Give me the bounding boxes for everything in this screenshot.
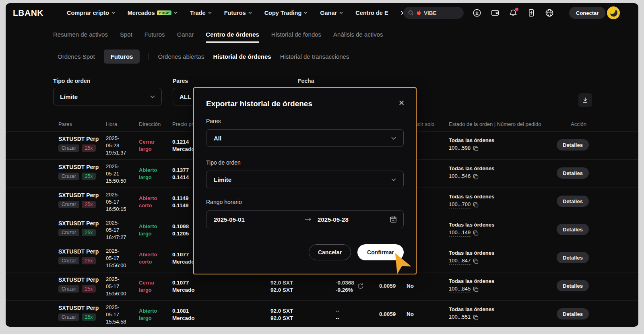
details-button[interactable]: Detalles	[557, 308, 589, 320]
order-number[interactable]: 100...546	[449, 173, 471, 180]
order-number[interactable]: 100...598	[449, 145, 471, 152]
chevron-down-icon	[174, 12, 178, 14]
nav-ganar[interactable]: Ganar	[320, 10, 343, 16]
edge-badge: EDGE	[157, 10, 171, 15]
search-input[interactable]: VIBE	[403, 7, 464, 19]
nav-trade[interactable]: Trade	[190, 10, 212, 16]
flame-icon	[417, 10, 421, 16]
order-number[interactable]: 100...847	[449, 258, 471, 265]
desktop-download-icon[interactable]	[527, 8, 536, 17]
chevron-down-icon	[111, 12, 115, 14]
reduce-only-cell: No	[407, 283, 414, 289]
details-button[interactable]: Detalles	[557, 252, 589, 263]
fee-cell: 0.0059	[379, 283, 396, 289]
leverage-badge: 25x	[82, 173, 96, 180]
copy-icon[interactable]	[473, 287, 479, 292]
copy-icon[interactable]	[473, 146, 479, 151]
wallet-icon[interactable]	[491, 8, 500, 17]
tab-resumen-de-activos[interactable]: Resumen de activos	[53, 26, 108, 43]
notifications-bell-icon[interactable]	[509, 8, 518, 17]
copy-icon[interactable]	[473, 258, 479, 264]
tab-analisis-de-activos[interactable]: Análisis de activos	[333, 26, 383, 43]
date-to-field[interactable]: 2025-05-28	[318, 211, 349, 228]
quantity-cell: 92.0 SXT92.0 SXT	[270, 279, 293, 294]
col-pares: Pares	[58, 121, 72, 127]
calendar-icon[interactable]	[390, 211, 397, 228]
export-orders-modal: Exportar historial de órdenes ✕ Pares Al…	[193, 87, 417, 274]
copy-icon[interactable]	[473, 315, 479, 320]
details-button[interactable]: Detalles	[557, 139, 589, 151]
order-status: Todas las órdenes	[449, 194, 494, 200]
time-cell: 2025-05-1715:54:58	[106, 304, 126, 326]
language-globe-icon[interactable]	[545, 8, 554, 17]
modal-order-type-select[interactable]: Límite	[206, 171, 404, 188]
direction-cell: Abierto largo	[139, 223, 167, 237]
copy-icon[interactable]	[473, 174, 479, 179]
price-cell: 0.13770.1414	[172, 167, 189, 181]
order-number[interactable]: 100...149	[449, 229, 471, 237]
margin-mode-badge: Cruzar	[58, 201, 79, 208]
arrow-right-icon	[304, 211, 312, 228]
copy-icon[interactable]	[473, 202, 479, 208]
order-number[interactable]: 100...845	[449, 286, 471, 293]
copy-icon[interactable]	[473, 230, 479, 236]
col-accion: Acción	[571, 121, 586, 127]
order-number[interactable]: 100...700	[449, 201, 471, 208]
close-icon[interactable]: ✕	[398, 99, 405, 107]
lbank-logo[interactable]: LBANK	[13, 8, 43, 18]
tab-centro-de-ordenes[interactable]: Centro de órdenes	[206, 26, 259, 43]
price-cell: 0.1077Mercado	[172, 251, 195, 266]
subtab-ordenes-spot[interactable]: Órdenes Spot	[58, 53, 95, 60]
connect-wallet-button[interactable]: Conectar	[569, 7, 605, 19]
pair-cell: SXTUSDT Perp Cruzar 25x	[58, 136, 99, 152]
order-type-select[interactable]: Límite	[53, 88, 162, 105]
subtab-ordenes-abiertas[interactable]: Órdenes abiertas	[158, 53, 204, 60]
subtab-divider	[149, 53, 149, 60]
nav-mercados[interactable]: MercadosEDGE	[128, 10, 178, 16]
time-cell: 2025-05-1716:50:15	[106, 191, 126, 213]
pair-name: SXTUSDT Perp	[58, 276, 99, 283]
details-button[interactable]: Detalles	[557, 224, 589, 235]
download-app-icon[interactable]	[473, 8, 481, 17]
direction-cell: Abierto largo	[139, 307, 167, 322]
details-button[interactable]: Detalles	[557, 196, 589, 207]
tab-futuros[interactable]: Futuros	[144, 26, 165, 43]
subtab-historial-de-transacciones[interactable]: Historial de transacciones	[280, 53, 349, 60]
modal-pairs-select[interactable]: All	[206, 129, 404, 147]
date-range-input[interactable]: 2025-05-01 2025-05-28	[206, 210, 404, 228]
avatar[interactable]	[607, 6, 620, 19]
search-icon	[408, 10, 414, 16]
direction-cell: Abierto corto	[139, 195, 167, 209]
price-cell: 0.1214Mercado	[172, 138, 195, 153]
cancel-button[interactable]: Cancelar	[309, 244, 351, 260]
subtab-futuros[interactable]: Futuros	[104, 49, 140, 64]
chevron-down-icon	[304, 12, 308, 14]
nav-comprar-cripto[interactable]: Comprar cripto	[67, 10, 115, 16]
margin-mode-badge: Cruzar	[58, 257, 79, 264]
details-button[interactable]: Detalles	[557, 280, 589, 291]
details-button[interactable]: Detalles	[557, 167, 589, 179]
subtab-historial-de-ordenes[interactable]: Historial de órdenes	[213, 53, 271, 60]
nav-futuros[interactable]: Futuros	[224, 10, 252, 16]
status-cell: Todas las órdenes 100...700	[449, 194, 494, 208]
tab-spot[interactable]: Spot	[120, 26, 132, 43]
refresh-icon[interactable]	[357, 283, 364, 291]
status-cell: Todas las órdenes 100...598	[449, 137, 494, 152]
col-direccion: Dirección	[139, 121, 161, 127]
tab-ganar[interactable]: Ganar	[177, 26, 194, 43]
status-cell: Todas las órdenes 100...551	[449, 306, 494, 321]
pnl-cell: -0.0368-9.26%	[336, 279, 354, 294]
order-number[interactable]: 100...551	[449, 314, 471, 321]
pair-name: SXTUSDT Perp	[58, 192, 99, 198]
tab-historial-de-fondos[interactable]: Historial de fondos	[271, 26, 321, 43]
price-cell: 0.11490.1149	[172, 195, 189, 209]
margin-mode-badge: Cruzar	[58, 229, 79, 236]
direction-cell: Cerrar largo	[139, 138, 167, 153]
export-button[interactable]	[578, 93, 592, 107]
pair-name: SXTUSDT Perp	[58, 136, 99, 142]
modal-range-label: Rango horario	[206, 199, 242, 205]
nav-centro-truncated[interactable]: Centro de E	[355, 10, 388, 16]
nav-copy-trading[interactable]: Copy Trading	[264, 10, 308, 16]
header-divider	[562, 9, 562, 17]
date-from-field[interactable]: 2025-05-01	[214, 211, 245, 228]
